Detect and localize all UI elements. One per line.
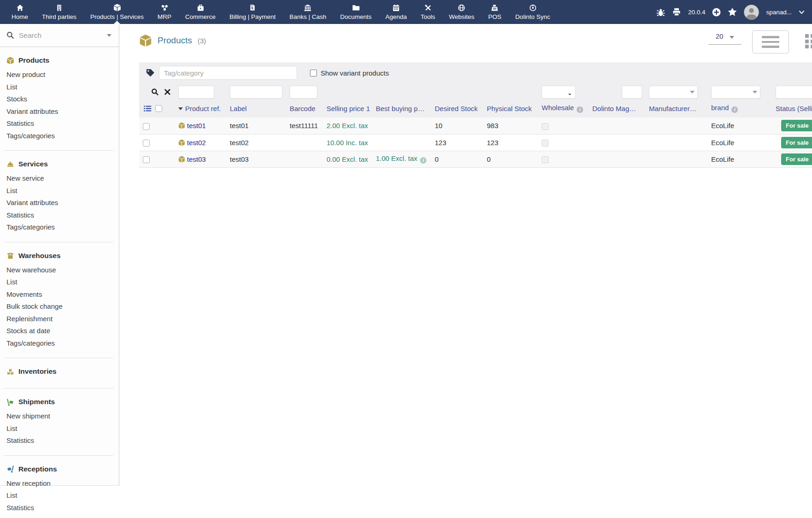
- product-cube-icon: [178, 122, 185, 129]
- dolinto-sync-icon: [529, 4, 537, 12]
- status-badge: For sale: [781, 153, 812, 165]
- sidebar-item-products-stocks[interactable]: Stocks: [4, 93, 113, 106]
- nav-item-mrp[interactable]: MRP: [151, 0, 178, 24]
- user-menu-chevron-icon[interactable]: [799, 10, 805, 14]
- column-header-ref[interactable]: Product ref.: [175, 101, 226, 115]
- print-icon[interactable]: [672, 7, 681, 17]
- row-select-checkbox[interactable]: [143, 140, 150, 147]
- run-search-icon[interactable]: [151, 88, 159, 96]
- nav-item-pos[interactable]: POS: [481, 0, 508, 24]
- sidebar-item-services-list[interactable]: List: [4, 185, 113, 197]
- status-badge: For sale: [781, 137, 812, 148]
- sidebar-item-warehouses-list[interactable]: List: [4, 276, 113, 288]
- bookmark-star-icon[interactable]: [728, 7, 737, 17]
- column-header-status[interactable]: Status (Selling): [772, 101, 812, 115]
- nav-item-dolinto-sync[interactable]: Dolinto Sync: [508, 0, 557, 24]
- sidebar-item-receptions-list[interactable]: List: [4, 489, 113, 502]
- sidebar-item-products-new-product[interactable]: New product: [4, 69, 113, 81]
- nav-item-agenda[interactable]: Agenda: [379, 0, 414, 24]
- username-label[interactable]: spanad...: [766, 9, 792, 16]
- search-scope-chevron-icon[interactable]: [107, 34, 111, 37]
- column-header-dolinto[interactable]: Dolinto Mag…: [589, 101, 645, 115]
- list-view-button[interactable]: [752, 30, 789, 53]
- filter-wholesale-select[interactable]: ⌄: [542, 86, 576, 99]
- service-bell-icon: [6, 160, 14, 168]
- product-link[interactable]: test01: [187, 122, 206, 130]
- column-header-barcode[interactable]: Barcode: [286, 101, 323, 115]
- column-header-wholesale[interactable]: Wholesalei: [538, 101, 589, 115]
- info-icon[interactable]: i: [731, 106, 738, 113]
- sidebar-item-products-statistics[interactable]: Statistics: [4, 118, 113, 130]
- nav-item-home[interactable]: Home: [5, 0, 35, 24]
- sidebar-item-services-tags-categories[interactable]: Tags/categories: [4, 221, 113, 234]
- filter-dolinto-input[interactable]: [622, 86, 642, 99]
- sidebar-item-warehouses-tags-categories[interactable]: Tags/categories: [4, 337, 113, 350]
- select-all-checkbox[interactable]: [155, 105, 162, 112]
- nav-item-label: Dolinto Sync: [515, 13, 550, 20]
- column-header-label[interactable]: Label: [226, 101, 286, 115]
- add-shortcut-icon[interactable]: [712, 8, 721, 17]
- grid-view-icon[interactable]: [805, 34, 812, 50]
- sidebar-item-products-variant-attributes[interactable]: Variant attributes: [4, 106, 113, 118]
- sidebar-section-title-warehouses[interactable]: Warehouses: [6, 252, 113, 260]
- page-size-select[interactable]: 20: [708, 32, 742, 45]
- sidebar-item-warehouses-replenishment[interactable]: Replenishment: [4, 313, 113, 325]
- filter-status-input[interactable]: [776, 86, 812, 99]
- select-columns-icon[interactable]: [144, 105, 152, 112]
- sidebar-section-title-inventories[interactable]: Inventories: [6, 367, 113, 376]
- sidebar-section-title-shipments[interactable]: Shipments: [6, 398, 113, 406]
- row-select-checkbox[interactable]: [143, 156, 150, 163]
- sidebar-item-shipments-statistics[interactable]: Statistics: [4, 435, 113, 447]
- nav-item-products-services[interactable]: Products | Services: [83, 0, 151, 24]
- filter-barcode-input[interactable]: [290, 86, 317, 99]
- debug-bug-icon[interactable]: [656, 8, 665, 17]
- column-header-select: [139, 101, 175, 115]
- nav-item-tools[interactable]: Tools: [414, 0, 442, 24]
- reception-icon: [6, 465, 14, 473]
- column-header-desired[interactable]: Desired Stock: [431, 101, 483, 115]
- sidebar-section-title-services[interactable]: Services: [6, 160, 113, 168]
- filter-label-input[interactable]: [230, 86, 282, 99]
- sidebar-item-receptions-new-reception[interactable]: New reception: [4, 477, 113, 490]
- product-link[interactable]: test02: [187, 139, 206, 147]
- nav-item-documents[interactable]: Documents: [333, 0, 378, 24]
- sidebar-item-warehouses-movements[interactable]: Movements: [4, 288, 113, 301]
- sidebar-item-products-tags-categories[interactable]: Tags/categories: [4, 130, 113, 142]
- info-icon[interactable]: i: [577, 106, 583, 113]
- nav-item-billing-payment[interactable]: $Billing | Payment: [222, 0, 282, 24]
- nav-item-label: Documents: [340, 13, 371, 20]
- nav-item-banks-cash[interactable]: Banks | Cash: [282, 0, 333, 24]
- sidebar-item-warehouses-bulk-stock-change[interactable]: Bulk stock change: [4, 300, 113, 313]
- tag-category-filter-input[interactable]: [159, 66, 297, 80]
- clear-filters-icon[interactable]: [164, 89, 170, 95]
- sidebar-item-receptions-statistics[interactable]: Statistics: [4, 502, 113, 514]
- sidebar-item-shipments-new-shipment[interactable]: New shipment: [4, 410, 113, 423]
- sidebar-item-warehouses-stocks-at-date[interactable]: Stocks at date: [4, 325, 113, 337]
- column-header-brand[interactable]: brandi: [707, 101, 772, 115]
- column-header-selling[interactable]: Selling price 1: [323, 101, 372, 115]
- show-variants-checkbox[interactable]: [310, 70, 317, 77]
- nav-item-third-parties[interactable]: Third parties: [35, 0, 83, 24]
- column-header-manufacturer[interactable]: Manufacturer…: [645, 101, 707, 115]
- nav-item-websites[interactable]: Websites: [442, 0, 481, 24]
- row-select-checkbox[interactable]: [143, 123, 150, 130]
- sidebar-item-products-list[interactable]: List: [4, 81, 113, 94]
- nav-item-label: Third parties: [42, 13, 76, 20]
- sidebar-item-services-statistics[interactable]: Statistics: [4, 209, 113, 222]
- column-header-best[interactable]: Best buying p…: [372, 101, 431, 115]
- nav-item-label: POS: [488, 13, 502, 20]
- sidebar-item-services-new-service[interactable]: New service: [4, 172, 113, 185]
- sidebar-section-title-products[interactable]: Products: [6, 56, 113, 65]
- sidebar-item-warehouses-new-warehouse[interactable]: New warehouse: [4, 264, 113, 277]
- info-icon[interactable]: i: [420, 157, 426, 164]
- sidebar-item-shipments-list[interactable]: List: [4, 423, 113, 435]
- nav-item-commerce[interactable]: Commerce: [178, 0, 222, 24]
- search-input[interactable]: [19, 31, 107, 40]
- user-avatar[interactable]: [744, 5, 759, 20]
- sidebar-item-services-variant-attributes[interactable]: Variant attributes: [4, 197, 113, 209]
- column-header-physical[interactable]: Physical Stock: [483, 101, 538, 115]
- sidebar-section-title-receptions[interactable]: Receptions: [6, 465, 113, 473]
- nav-item-label: Products | Services: [90, 13, 144, 20]
- product-link[interactable]: test03: [187, 155, 206, 163]
- filter-ref-input[interactable]: [178, 86, 214, 99]
